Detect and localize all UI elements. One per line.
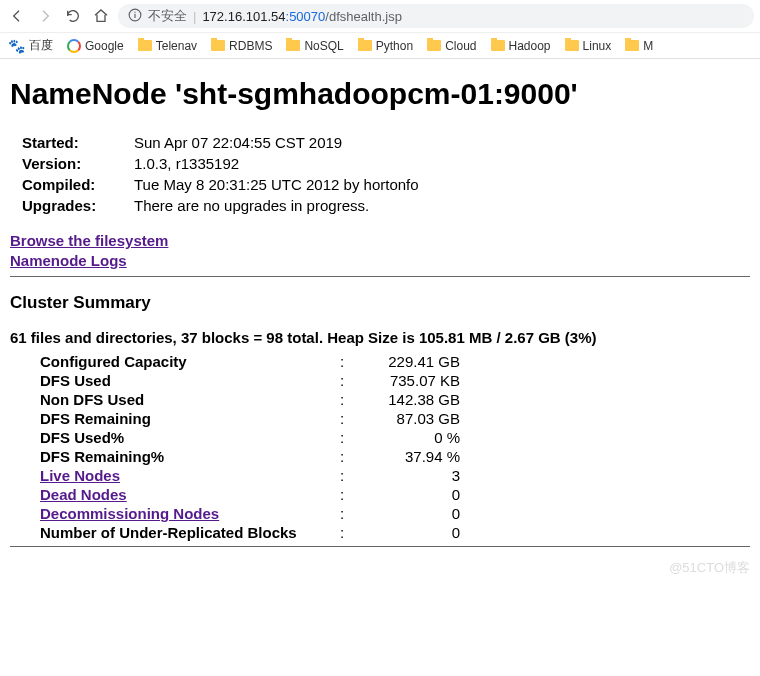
reload-button[interactable] [62,5,84,27]
metric-row: DFS Remaining%:37.94 % [40,447,460,466]
bookmark-item[interactable]: Hadoop [491,39,551,53]
url-text: 172.16.101.54:50070/dfshealth.jsp [202,9,402,24]
metric-label: Number of Under-Replicated Blocks [40,523,340,542]
version-label: Version: [22,154,132,173]
metric-label: DFS Used [40,371,340,390]
bookmark-label: M [643,39,653,53]
bookmark-label: Cloud [445,39,476,53]
address-divider: | [193,9,196,24]
metric-colon: : [340,504,370,523]
metric-link[interactable]: Live Nodes [40,467,120,484]
bookmark-item[interactable]: Cloud [427,39,476,53]
metric-value: 0 [370,504,460,523]
metric-value: 142.38 GB [370,390,460,409]
bookmark-label: Linux [583,39,612,53]
bookmark-label: NoSQL [304,39,343,53]
folder-icon [565,40,579,51]
compiled-value: Tue May 8 20:31:25 UTC 2012 by hortonfo [134,175,425,194]
bookmark-item[interactable]: Google [67,39,124,53]
version-value: 1.0.3, r1335192 [134,154,425,173]
browse-filesystem-link[interactable]: Browse the filesystem [10,231,750,251]
bookmark-item[interactable]: NoSQL [286,39,343,53]
metric-colon: : [340,485,370,504]
baidu-icon: 🐾 [8,38,25,54]
metric-colon: : [340,390,370,409]
metric-value: 0 [370,485,460,504]
cluster-summary-line: 61 files and directories, 37 blocks = 98… [10,329,750,346]
bookmark-item[interactable]: Python [358,39,413,53]
metric-row: DFS Used:735.07 KB [40,371,460,390]
bookmark-item[interactable]: 🐾百度 [8,37,53,54]
metric-value: 87.03 GB [370,409,460,428]
metric-colon: : [340,466,370,485]
metric-colon: : [340,409,370,428]
metric-colon: : [340,428,370,447]
bookmark-label: Python [376,39,413,53]
metric-value: 735.07 KB [370,371,460,390]
metric-value: 37.94 % [370,447,460,466]
address-bar[interactable]: 不安全 | 172.16.101.54:50070/dfshealth.jsp [118,4,754,28]
folder-icon [427,40,441,51]
metric-colon: : [340,352,370,371]
svg-point-2 [134,11,135,12]
folder-icon [138,40,152,51]
metric-label: DFS Remaining% [40,447,340,466]
metric-value: 0 [370,523,460,542]
folder-icon [491,40,505,51]
metric-colon: : [340,523,370,542]
namenode-logs-link[interactable]: Namenode Logs [10,251,750,271]
compiled-label: Compiled: [22,175,132,194]
home-button[interactable] [90,5,112,27]
metric-colon: : [340,447,370,466]
upgrades-label: Upgrades: [22,196,132,215]
bookmark-item[interactable]: Linux [565,39,612,53]
bookmark-label: RDBMS [229,39,272,53]
bookmark-item[interactable]: M [625,39,653,53]
started-label: Started: [22,133,132,152]
folder-icon [286,40,300,51]
google-icon [67,39,81,53]
metric-row: Configured Capacity:229.41 GB [40,352,460,371]
bookmarks-bar: 🐾百度GoogleTelenavRDBMSNoSQLPythonCloudHad… [0,33,760,59]
bookmark-label: Google [85,39,124,53]
folder-icon [211,40,225,51]
namenode-info: Started: Sun Apr 07 22:04:55 CST 2019 Ve… [20,131,427,217]
watermark: @51CTO博客 [669,559,750,577]
page-content: NameNode 'sht-sgmhadoopcm-01:9000' Start… [0,59,760,583]
page-title: NameNode 'sht-sgmhadoopcm-01:9000' [10,77,750,111]
insecure-label: 不安全 [148,7,187,25]
bookmark-item[interactable]: RDBMS [211,39,272,53]
bookmark-item[interactable]: Telenav [138,39,197,53]
metric-colon: : [340,371,370,390]
nav-back-button[interactable] [6,5,28,27]
metric-value: 3 [370,466,460,485]
metric-label: DFS Remaining [40,409,340,428]
started-value: Sun Apr 07 22:04:55 CST 2019 [134,133,425,152]
metric-label: DFS Used% [40,428,340,447]
metric-row: Number of Under-Replicated Blocks:0 [40,523,460,542]
metric-value: 229.41 GB [370,352,460,371]
nav-forward-button[interactable] [34,5,56,27]
metric-label: Configured Capacity [40,352,340,371]
metric-label: Non DFS Used [40,390,340,409]
bookmark-label: 百度 [29,37,53,54]
metric-label: Live Nodes [40,466,340,485]
cluster-summary-heading: Cluster Summary [10,293,750,313]
bookmark-label: Hadoop [509,39,551,53]
divider-bottom [10,546,750,547]
metric-row: Live Nodes:3 [40,466,460,485]
metric-row: DFS Remaining:87.03 GB [40,409,460,428]
metric-row: DFS Used%:0 % [40,428,460,447]
metric-link[interactable]: Dead Nodes [40,486,127,503]
metric-row: Non DFS Used:142.38 GB [40,390,460,409]
folder-icon [358,40,372,51]
folder-icon [625,40,639,51]
info-icon [128,8,142,25]
metric-link[interactable]: Decommissioning Nodes [40,505,219,522]
bookmark-label: Telenav [156,39,197,53]
metric-row: Dead Nodes:0 [40,485,460,504]
nav-links: Browse the filesystem Namenode Logs [10,231,750,270]
metric-row: Decommissioning Nodes:0 [40,504,460,523]
upgrades-value: There are no upgrades in progress. [134,196,425,215]
cluster-metrics-table: Configured Capacity:229.41 GBDFS Used:73… [40,352,460,542]
